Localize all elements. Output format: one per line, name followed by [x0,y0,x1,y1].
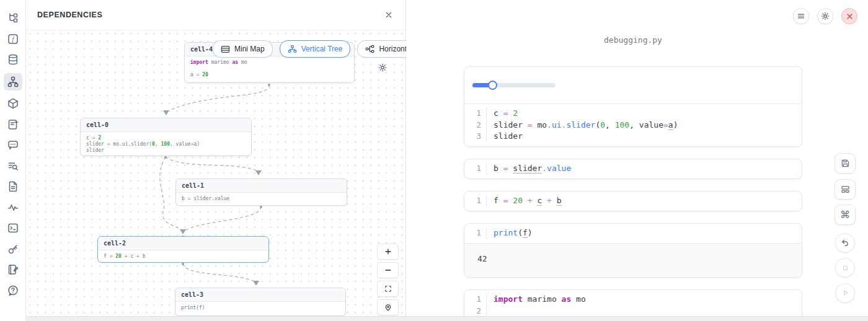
fit-view-button[interactable] [377,281,399,297]
notebook-cell-3: 1print(f)42 [464,223,802,278]
code-line: 2 [464,306,802,317]
app-layout-button[interactable] [835,179,856,200]
code-line: 1print(f) [464,227,802,239]
sidebar-item-console-outputs[interactable] [4,221,22,235]
horizontal-tree-label: Horizontal Tree [379,45,406,53]
line-number: 1 [464,227,487,239]
console-outputs-icon [7,222,19,234]
menu-icon [796,11,806,21]
graph-node-title: cell-1 [176,179,347,193]
htree-icon [365,45,374,53]
code-text: b = slider.value [487,163,571,175]
graph-node-cell-0[interactable]: cell-0c = 2slider = mo.ui.slider(0, 100,… [80,118,252,156]
fit-icon [384,284,392,293]
code-line: 1c = 2 [464,108,802,120]
graph-settings-button[interactable] [378,63,388,75]
dependency-graph-canvas[interactable]: cell-4import marimo as mo a = 20cell-0c … [26,30,406,321]
plus-icon [384,247,392,256]
sidebar-item-datasources[interactable] [4,52,22,67]
run-button[interactable] [835,283,855,303]
cell-editor[interactable]: 1f = 20 + c + b [464,191,802,211]
sidebar-item-snippets[interactable] [4,179,22,194]
marimo-app: f DEPENDENCIES cell-4import marimo as mo… [0,0,868,321]
left-icon-rail: f [0,0,26,321]
graph-node-cell-1[interactable]: cell-1b = slider.value [175,178,347,206]
line-number: 1 [464,108,487,120]
file-explorer-icon [7,12,19,24]
code-text [487,306,494,317]
graph-node-title: cell-2 [98,237,268,250]
bottom-strip [26,316,868,321]
sidebar-item-help[interactable] [4,283,22,298]
mini-map-label: Mini Map [234,45,265,53]
interrupt-button[interactable] [835,258,855,278]
sidebar-item-scratchpad[interactable] [4,262,22,277]
sidebar-item-logs[interactable] [4,117,22,132]
sidebar-item-documentation-search[interactable] [4,159,22,174]
dependencies-panel: DEPENDENCIES cell-4import marimo as mo a… [26,0,406,321]
code-line: 1import marimo as mo [464,294,802,306]
graph-node-cell-3[interactable]: cell-3print(f) [175,288,346,316]
code-line: 1b = slider.value [464,163,802,175]
panel-title: DEPENDENCIES [37,11,102,19]
zoom-out-button[interactable] [377,262,399,278]
variables-icon: f [7,33,19,45]
graph-node-code: b = slider.value [176,193,347,205]
tracing-icon [7,201,19,214]
code-text: f = 20 + c + b [487,195,562,207]
graph-zoom-controls [377,244,399,315]
notebook-menu-button[interactable] [793,8,809,24]
code-text: print(f) [487,227,533,239]
gear-icon [820,11,830,21]
notebook-cells: 1c = 22slider = mo.ui.slider(0, 100, val… [464,66,802,321]
gear-icon [378,63,388,73]
shutdown-button[interactable] [841,8,857,24]
top-actions [793,8,857,24]
line-number: 1 [464,163,487,175]
sidebar-item-variables[interactable]: f [4,32,22,46]
sidebar-item-tracing[interactable] [4,200,22,215]
notebook-cell-0: 1c = 22slider = mo.ui.slider(0, 100, val… [464,66,802,147]
minimap-icon [221,45,230,53]
zoom-in-button[interactable] [377,244,399,260]
line-number: 3 [464,131,487,143]
help-icon [7,284,19,297]
mini-map-button[interactable]: Mini Map [213,40,273,58]
cell-editor[interactable]: 1b = slider.value [464,159,802,178]
line-number: 2 [464,120,487,131]
stop-icon [841,263,850,273]
sidebar-item-packages[interactable] [4,96,22,111]
graph-node-cell-2[interactable]: cell-2f = 20 + c + b [97,236,269,263]
cell-editor[interactable]: 1print(f) [464,224,802,243]
sidebar-item-chat[interactable] [4,138,22,152]
slider-track[interactable] [472,83,556,87]
settings-button[interactable] [817,8,833,24]
close-panel-button[interactable] [383,9,395,21]
code-text: slider [487,131,523,143]
keyboard-shortcuts-button[interactable]: ⌘ [835,204,856,225]
close-icon [384,10,394,20]
notebook-filename[interactable]: debugging.py [464,35,802,45]
snippets-icon [7,180,19,193]
horizontal-tree-button[interactable]: Horizontal Tree [357,40,406,58]
dependencies-panel-header: DEPENDENCIES [26,0,405,30]
graph-node-code: c = 2slider = mo.ui.slider(0, 100, value… [81,132,251,156]
chat-icon [7,139,19,151]
pin-button[interactable] [377,299,399,315]
save-button[interactable] [835,153,856,174]
sidebar-item-dependencies[interactable] [4,73,22,90]
code-text: slider = mo.ui.slider(0, 100, value=a) [487,120,678,131]
sidebar-item-secrets[interactable] [4,242,22,257]
vertical-tree-button[interactable]: Vertical Tree [280,40,351,58]
close-icon [845,12,854,21]
cell-editor[interactable]: 1c = 22slider = mo.ui.slider(0, 100, val… [464,103,802,146]
graph-node-code: import marimo as mo a = 20 [185,56,354,81]
save-icon [840,158,851,169]
undo-button[interactable] [835,233,855,253]
graph-node-title: cell-3 [175,288,345,302]
sidebar-item-file-explorer[interactable] [4,11,22,25]
code-text: c = 2 [487,108,518,120]
slider-thumb[interactable] [488,81,497,90]
vtree-icon [288,45,297,53]
command-icon: ⌘ [840,210,850,220]
